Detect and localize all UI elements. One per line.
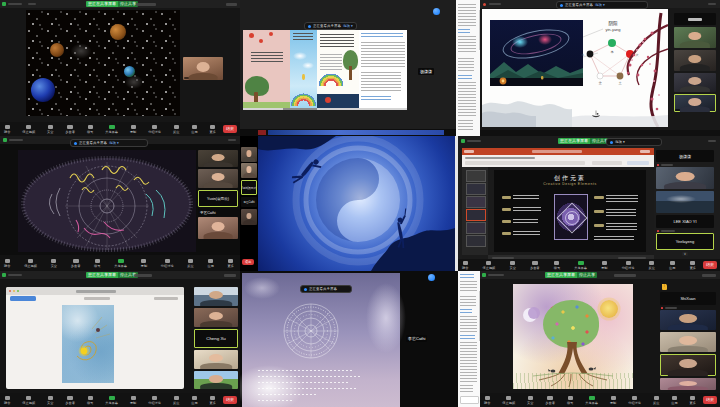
toolbar-button[interactable]: 共享屏幕	[574, 261, 587, 270]
active-speaker-name-tile[interactable]: Yeelayeng	[656, 233, 714, 250]
participant-video[interactable]	[674, 50, 716, 71]
toolbar-button[interactable]: 静音	[4, 396, 10, 405]
collapse-participants-chevron[interactable]: ∨	[682, 252, 688, 256]
toolbar-button[interactable]: 更多	[210, 125, 216, 134]
participant-name-tile[interactable]	[674, 13, 716, 25]
toolbar-button[interactable]: 反应	[653, 396, 659, 405]
view-options-button[interactable]: 选项 ▾	[343, 23, 353, 29]
participant-video[interactable]	[183, 57, 223, 80]
participant-video[interactable]	[194, 308, 238, 327]
audio-participant-avatar[interactable]	[428, 274, 435, 281]
toolbar-button[interactable]: 聊天	[87, 125, 93, 134]
maximize-icon[interactable]	[17, 290, 19, 292]
powerpoint-window-controls[interactable]	[640, 150, 650, 153]
participant-name-tile[interactable]: LEE XIAO YI	[656, 215, 714, 228]
end-meeting-button[interactable]: 结束	[703, 261, 717, 269]
viewer-zoom-controls[interactable]	[154, 297, 178, 300]
toolbar-button[interactable]: 分组讨论	[622, 261, 635, 270]
toolbar-button[interactable]: 反应	[173, 125, 179, 134]
view-options-button[interactable]: 选项 ▾	[595, 2, 605, 8]
toolbar-button[interactable]: 聊天	[94, 259, 100, 268]
toolbar-button[interactable]: 分组讨论	[148, 125, 161, 134]
leave-meeting-button[interactable]: 退出	[242, 259, 254, 265]
toolbar-button[interactable]: 参会者	[71, 259, 81, 268]
toolbar-button[interactable]: 共享屏幕	[105, 396, 118, 405]
toolbar-button[interactable]: 应用	[191, 125, 197, 134]
toolbar-button[interactable]: 应用	[669, 261, 675, 270]
viewer-toolbar-icons[interactable]	[84, 297, 110, 300]
toolbar-button[interactable]: 共享屏幕	[585, 396, 598, 405]
toolbar-button[interactable]: 共享屏幕	[105, 125, 118, 134]
chat-panel[interactable]	[458, 271, 480, 407]
active-speaker-name-tile[interactable]: Yuxin(袁雨欣)	[241, 180, 257, 195]
toolbar-button[interactable]: 录制	[130, 396, 136, 405]
toolbar-button[interactable]: 静音	[4, 259, 10, 268]
participant-video[interactable]	[674, 27, 716, 48]
view-options-button[interactable]: 选项 ▾	[109, 140, 119, 146]
participant-video[interactable]	[198, 169, 238, 188]
participant-video[interactable]	[198, 150, 238, 167]
participant-video[interactable]	[198, 217, 238, 239]
slide-thumbnail-selected[interactable]	[466, 209, 486, 221]
chat-input[interactable]	[460, 396, 479, 404]
participant-name-tile[interactable]: ShiXuan	[660, 292, 716, 305]
toolbar-button[interactable]: 安全	[509, 261, 515, 270]
toolbar-button[interactable]: 安全	[51, 259, 57, 268]
toolbar-button[interactable]: 分组讨论	[148, 396, 161, 405]
active-speaker-name-tile[interactable]: Yuxin(袁雨欣)	[198, 190, 238, 207]
active-speaker-video[interactable]	[660, 354, 716, 376]
toolbar-button[interactable]: 停止视频	[24, 259, 37, 268]
stop-share-button[interactable]: 停止共享	[118, 1, 138, 7]
participant-video[interactable]	[194, 287, 238, 306]
toolbar-button[interactable]: 更多	[690, 396, 696, 405]
document-scrollbar[interactable]	[243, 108, 407, 110]
participant-video[interactable]	[241, 163, 257, 178]
active-speaker-name-tile[interactable]: Cheng Xu	[194, 329, 238, 348]
participant-video[interactable]	[194, 350, 238, 369]
participant-video[interactable]	[660, 378, 716, 390]
toolbar-button[interactable]: 聊天	[87, 396, 93, 405]
exit-fullscreen-button[interactable]	[226, 3, 237, 6]
participant-video[interactable]	[241, 147, 257, 162]
toolbar-button[interactable]: 应用	[191, 396, 197, 405]
toolbar-button[interactable]: 反应	[187, 259, 193, 268]
toolbar-button[interactable]: 更多	[210, 396, 216, 405]
toolbar-button[interactable]: 录制	[141, 259, 147, 268]
toolbar-button[interactable]: 更多	[228, 259, 234, 268]
participant-video[interactable]	[656, 167, 714, 189]
participant-video[interactable]	[660, 310, 716, 330]
toolbar-button[interactable]: 分组讨论	[161, 259, 174, 268]
audio-participant-avatar[interactable]	[433, 8, 440, 15]
toolbar-button[interactable]: 静音	[4, 125, 10, 134]
toolbar-button[interactable]: 录制	[610, 396, 616, 405]
participant-name-tile[interactable]: 李艺Cathi	[198, 209, 240, 216]
chat-panel[interactable]	[456, 0, 480, 136]
toolbar-button[interactable]: 安全	[47, 125, 53, 134]
stop-share-button[interactable]: 停止共享	[577, 272, 597, 278]
toolbar-button[interactable]: 停止视频	[22, 125, 35, 134]
participant-name-tile[interactable]: 李艺Cathi	[241, 197, 257, 207]
toolbar-button[interactable]: 参会者	[545, 396, 555, 405]
participant-video[interactable]	[656, 191, 714, 213]
toolbar-button[interactable]: 共享屏幕	[114, 259, 127, 268]
close-icon[interactable]	[9, 290, 11, 292]
minimize-icon[interactable]	[13, 290, 15, 292]
window-controls[interactable]	[28, 3, 36, 5]
active-speaker-video[interactable]	[674, 94, 716, 112]
participant-video[interactable]	[194, 371, 238, 389]
toolbar-button[interactable]: 录制	[601, 261, 607, 270]
toolbar-button[interactable]: 安全	[527, 396, 533, 405]
toolbar-button[interactable]: 反应	[173, 396, 179, 405]
toolbar-button[interactable]: 静音	[462, 261, 468, 270]
toolbar-button[interactable]: 录制	[130, 125, 136, 134]
toolbar-button[interactable]: 聊天	[554, 261, 560, 270]
toolbar-button[interactable]: 停止视频	[22, 396, 35, 405]
participant-video[interactable]	[674, 73, 716, 92]
viewing-text[interactable]: 选项 ▾	[615, 139, 625, 145]
slide-thumbnail-panel[interactable]	[462, 167, 488, 255]
participant-video[interactable]	[241, 209, 257, 225]
end-meeting-button[interactable]: 结束	[703, 396, 717, 404]
toolbar-button[interactable]: 更多	[690, 261, 696, 270]
window-controls[interactable]	[228, 139, 236, 141]
toolbar-button[interactable]: 停止视频	[483, 261, 496, 270]
